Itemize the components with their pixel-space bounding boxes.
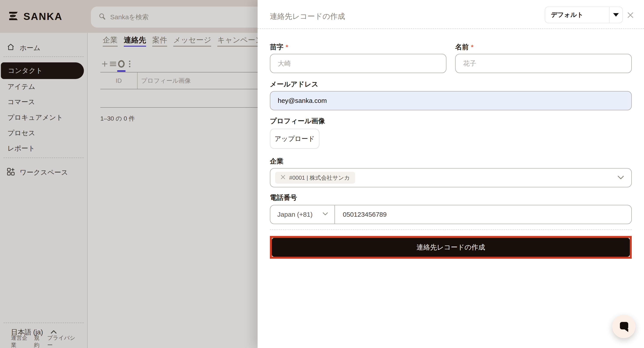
first-name-label: 名前 *: [455, 43, 632, 51]
phone-number-input[interactable]: [335, 205, 631, 224]
action-highlight-frame: 連絡先レコードの作成: [270, 236, 632, 259]
create-contact-submit-button[interactable]: 連絡先レコードの作成: [272, 238, 630, 257]
company-label: 企業: [270, 157, 632, 165]
close-icon: [627, 11, 634, 20]
triangle-down-icon: [613, 13, 619, 17]
chat-fab-button[interactable]: [612, 315, 636, 338]
last-name-label: 苗字 *: [270, 43, 446, 51]
email-label: メールアドレス: [270, 80, 632, 88]
remove-chip-icon[interactable]: [280, 174, 286, 181]
drawer-title: 連絡先レコードの作成: [270, 11, 345, 21]
profile-image-label: プロフィール画像: [270, 117, 632, 125]
email-input[interactable]: [270, 91, 632, 110]
company-chip: #0001 | 株式会社サンカ: [275, 172, 355, 184]
chat-bubble-icon: [618, 320, 630, 333]
close-drawer-button[interactable]: [626, 11, 634, 20]
phone-input-group: Japan (+81): [270, 205, 632, 224]
dropdown-caret-button[interactable]: [610, 7, 622, 23]
chevron-down-icon: [322, 212, 328, 217]
required-mark: *: [286, 43, 288, 51]
form-divider: [270, 229, 632, 230]
country-code-select[interactable]: Japan (+81): [270, 205, 334, 224]
upload-button[interactable]: アップロード: [270, 129, 319, 149]
country-code-value: Japan (+81): [277, 211, 320, 218]
phone-label: 電話番号: [270, 193, 632, 202]
view-selector-dropdown[interactable]: デフォルト: [545, 6, 623, 23]
company-chip-label: #0001 | 株式会社サンカ: [289, 174, 350, 182]
view-selector-value: デフォルト: [545, 7, 610, 23]
phone-field: 電話番号 Japan (+81): [270, 193, 632, 224]
company-field: 企業 #0001 | 株式会社サンカ: [270, 157, 632, 187]
profile-image-field: プロフィール画像 アップロード: [270, 117, 632, 149]
company-select[interactable]: #0001 | 株式会社サンカ: [270, 168, 632, 187]
chevron-down-icon: [617, 169, 625, 187]
email-field: メールアドレス: [270, 80, 632, 110]
last-name-input[interactable]: [270, 54, 446, 73]
drawer-body: 苗字 * 名前 * メールアドレス プロフィール画像 アップロード 企業: [258, 29, 644, 259]
first-name-input[interactable]: [455, 54, 632, 73]
last-name-field: 苗字 *: [270, 43, 446, 73]
drawer-header: 連絡先レコードの作成 デフォルト: [258, 0, 644, 29]
first-name-field: 名前 *: [455, 43, 632, 73]
create-contact-drawer: 連絡先レコードの作成 デフォルト 苗字 *: [258, 0, 644, 348]
required-mark: *: [471, 43, 474, 51]
